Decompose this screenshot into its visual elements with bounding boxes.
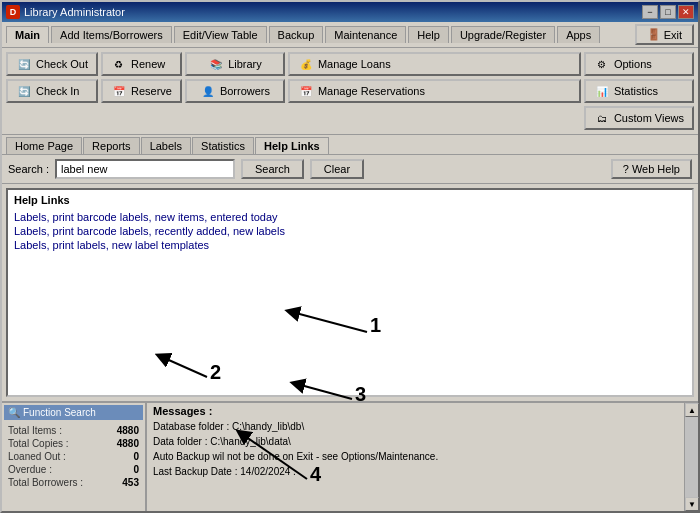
list-item[interactable]: Labels, print barcode labels, recently a…: [14, 224, 686, 238]
list-item[interactable]: Labels, print barcode labels, new items,…: [14, 210, 686, 224]
minimize-button[interactable]: −: [642, 5, 658, 19]
reserve-label: Reserve: [131, 85, 172, 97]
app-window: D Library Administrator − □ ✕ Main Add I…: [0, 0, 700, 513]
stat-loaned-out-value: 0: [133, 451, 139, 462]
statistics-button[interactable]: 📊 Statistics: [584, 79, 694, 103]
toolbar-col4: 💰 Manage Loans 📅 Manage Reservations: [288, 52, 581, 130]
bottom-panel: 🔍 Function Search Total Items : 4880 Tot…: [2, 401, 698, 511]
stat-overdue-value: 0: [133, 464, 139, 475]
menu-tab-maintenance[interactable]: Maintenance: [325, 26, 406, 43]
toolbar: 🔄 Check Out 🔄 Check In ♻ Renew 📅 Reserve…: [2, 48, 698, 134]
stat-total-copies-value: 4880: [117, 438, 139, 449]
function-search-header: 🔍 Function Search: [4, 405, 143, 420]
manage-reservations-label: Manage Reservations: [318, 85, 425, 97]
search-button[interactable]: Search: [241, 159, 304, 179]
messages-header: Messages :: [153, 405, 678, 417]
search-input[interactable]: [55, 159, 235, 179]
toolbar-col5: ⚙ Options 📊 Statistics 🗂 Custom Views: [584, 52, 694, 130]
stat-total-copies: Total Copies : 4880: [4, 437, 143, 450]
reserve-icon: 📅: [111, 84, 127, 98]
list-item[interactable]: Labels, print labels, new label template…: [14, 238, 686, 252]
tab-reports[interactable]: Reports: [83, 137, 140, 154]
stat-loaned-out: Loaned Out : 0: [4, 450, 143, 463]
statistics-icon: 📊: [594, 84, 610, 98]
options-icon: ⚙: [594, 57, 610, 71]
checkin-label: Check In: [36, 85, 79, 97]
stat-loaned-out-label: Loaned Out :: [8, 451, 66, 462]
renew-label: Renew: [131, 58, 165, 70]
window-controls: − □ ✕: [642, 5, 694, 19]
window-title: Library Administrator: [24, 6, 125, 18]
function-search-panel: 🔍 Function Search Total Items : 4880 Tot…: [2, 403, 147, 511]
messages-panel: Messages : Database folder : C:\handy_li…: [147, 403, 684, 511]
menu-tab-edit-view[interactable]: Edit/View Table: [174, 26, 267, 43]
manage-loans-label: Manage Loans: [318, 58, 391, 70]
checkin-button[interactable]: 🔄 Check In: [6, 79, 98, 103]
message-line-0: Database folder : C:\handy_lib\db\: [153, 419, 678, 434]
search-bar: Search : Search Clear ? Web Help: [2, 155, 698, 184]
stat-overdue-label: Overdue :: [8, 464, 52, 475]
checkout-label: Check Out: [36, 58, 88, 70]
exit-icon: 🚪: [647, 28, 661, 41]
app-icon: D: [6, 5, 20, 19]
borrowers-label: Borrowers: [220, 85, 270, 97]
checkout-icon: 🔄: [16, 57, 32, 71]
options-label: Options: [614, 58, 652, 70]
tab-statistics[interactable]: Statistics: [192, 137, 254, 154]
stat-total-items: Total Items : 4880: [4, 424, 143, 437]
function-search-icon: 🔍: [8, 407, 20, 418]
scroll-down-button[interactable]: ▼: [685, 497, 699, 511]
exit-label: Exit: [664, 29, 682, 41]
borrowers-icon: 👤: [200, 84, 216, 98]
custom-views-button[interactable]: 🗂 Custom Views: [584, 106, 694, 130]
function-search-label: Function Search: [23, 407, 96, 418]
manage-reservations-icon: 📅: [298, 84, 314, 98]
close-button[interactable]: ✕: [678, 5, 694, 19]
title-bar-left: D Library Administrator: [6, 5, 125, 19]
content-header: Help Links: [14, 194, 686, 206]
manage-loans-button[interactable]: 💰 Manage Loans: [288, 52, 581, 76]
custom-views-label: Custom Views: [614, 112, 684, 124]
tab-home-page[interactable]: Home Page: [6, 137, 82, 154]
scroll-up-button[interactable]: ▲: [685, 403, 699, 417]
statistics-label: Statistics: [614, 85, 658, 97]
web-help-button[interactable]: ? Web Help: [611, 159, 692, 179]
menu-tab-help[interactable]: Help: [408, 26, 449, 43]
tab-labels[interactable]: Labels: [141, 137, 191, 154]
clear-button[interactable]: Clear: [310, 159, 364, 179]
message-line-1: Data folder : C:\handy_lib\data\: [153, 434, 678, 449]
manage-reservations-button[interactable]: 📅 Manage Reservations: [288, 79, 581, 103]
message-line-3: Last Backup Date : 14/02/2024 .: [153, 464, 678, 479]
stat-overdue: Overdue : 0: [4, 463, 143, 476]
toolbar-col1: 🔄 Check Out 🔄 Check In: [6, 52, 98, 130]
options-button[interactable]: ⚙ Options: [584, 52, 694, 76]
reserve-button[interactable]: 📅 Reserve: [101, 79, 182, 103]
main-content: Help Links Labels, print barcode labels,…: [2, 184, 698, 401]
stat-total-borrowers: Total Borrowers : 453: [4, 476, 143, 489]
maximize-button[interactable]: □: [660, 5, 676, 19]
stat-total-borrowers-value: 453: [122, 477, 139, 488]
checkout-button[interactable]: 🔄 Check Out: [6, 52, 98, 76]
content-area: Help Links Labels, print barcode labels,…: [6, 188, 694, 397]
toolbar-col3: 📚 Library 👤 Borrowers: [185, 52, 285, 130]
exit-button[interactable]: 🚪 Exit: [635, 24, 694, 45]
sub-tabs: Home Page Reports Labels Statistics Help…: [2, 134, 698, 155]
search-label: Search :: [8, 163, 49, 175]
messages-scrollbar[interactable]: ▲ ▼: [684, 403, 698, 511]
library-icon: 📚: [208, 57, 224, 71]
menu-tab-backup[interactable]: Backup: [269, 26, 324, 43]
renew-icon: ♻: [111, 57, 127, 71]
stat-total-borrowers-label: Total Borrowers :: [8, 477, 83, 488]
menu-tab-upgrade[interactable]: Upgrade/Register: [451, 26, 555, 43]
stat-total-items-value: 4880: [117, 425, 139, 436]
renew-button[interactable]: ♻ Renew: [101, 52, 182, 76]
manage-loans-icon: 💰: [298, 57, 314, 71]
menu-tab-main[interactable]: Main: [6, 26, 49, 43]
library-button[interactable]: 📚 Library: [185, 52, 285, 76]
menu-bar: Main Add Items/Borrowers Edit/View Table…: [2, 22, 698, 48]
menu-tab-add-items[interactable]: Add Items/Borrowers: [51, 26, 172, 43]
borrowers-button[interactable]: 👤 Borrowers: [185, 79, 285, 103]
custom-views-icon: 🗂: [594, 111, 610, 125]
menu-tab-apps[interactable]: Apps: [557, 26, 600, 43]
tab-help-links[interactable]: Help Links: [255, 137, 329, 154]
